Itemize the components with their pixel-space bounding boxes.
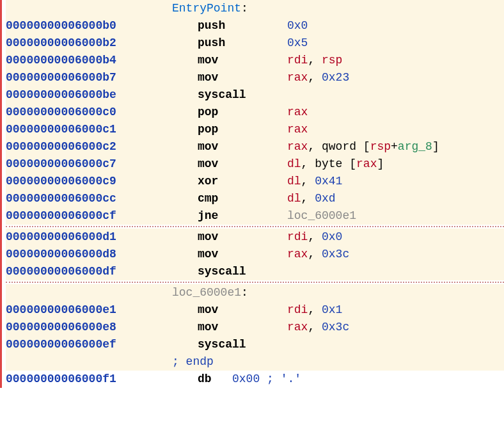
instruction-row[interactable]: 00000000006000e1movrdi, 0x1: [6, 301, 504, 319]
block-entry: EntryPoint: 00000000006000b0push0x000000…: [6, 0, 504, 225]
size-keyword: qword: [322, 140, 356, 153]
instruction-row[interactable]: 00000000006000dfsyscall: [6, 263, 504, 280]
instruction-row[interactable]: 00000000006000b4movrdi, rsp: [6, 52, 504, 69]
operands: rax: [287, 104, 308, 121]
address: 00000000006000c9: [6, 173, 172, 190]
mnemonic: jne: [198, 207, 287, 225]
mnemonic: cmp: [198, 190, 287, 207]
immediate: 0x3c: [322, 321, 349, 333]
immediate: 0x1: [322, 303, 342, 316]
mnemonic: mov: [198, 52, 287, 69]
operands: 0x5: [287, 35, 308, 52]
register: rax: [287, 106, 308, 118]
instruction-row[interactable]: 00000000006000besyscall: [6, 86, 504, 104]
disassembly-view: EntryPoint: 00000000006000b0push0x000000…: [0, 0, 504, 388]
register: rdi: [287, 230, 308, 243]
immediate: 0x41: [315, 175, 342, 188]
colon: :: [241, 284, 248, 301]
mnemonic: mov: [198, 301, 287, 319]
instruction-row[interactable]: 00000000006000b2push0x5: [6, 35, 504, 52]
mnemonic: syscall: [198, 86, 287, 104]
operands: rdi, 0x1: [287, 301, 342, 319]
register: rax: [356, 157, 377, 170]
address: 00000000006000e1: [6, 301, 172, 319]
mnemonic: mov: [198, 138, 287, 156]
branch-target: loc_6000e1: [287, 207, 356, 225]
operands: dl, 0xd: [287, 190, 336, 207]
mnemonic: xor: [198, 173, 287, 190]
address: 00000000006000cf: [6, 207, 172, 225]
register: rax: [287, 248, 308, 261]
label-row-entry: EntryPoint:: [6, 0, 504, 17]
operands: rdi, rsp: [287, 52, 342, 69]
instruction-row[interactable]: 00000000006000d1movrdi, 0x0: [6, 229, 504, 246]
register: rdi: [287, 54, 308, 67]
immediate: 0x5: [287, 36, 308, 49]
mnemonic: mov: [198, 156, 287, 173]
instruction-row[interactable]: 00000000006000e8movrax, 0x3c: [6, 319, 504, 336]
loc-label: loc_6000e1: [172, 284, 241, 301]
operands: rax: [287, 121, 308, 138]
operands: rax, 0x3c: [287, 319, 349, 336]
instruction-row[interactable]: 00000000006000c2movrax, qword [rsp+arg_8…: [6, 138, 504, 156]
operands: rax, 0x3c: [287, 246, 349, 263]
immediate: 0x3c: [322, 248, 349, 261]
block-separator: [6, 226, 504, 227]
instruction-row[interactable]: 00000000006000b0push0x0: [6, 17, 504, 35]
register: dl: [287, 192, 301, 205]
instruction-row[interactable]: 00000000006000cccmpdl, 0xd: [6, 190, 504, 207]
block-loc: loc_6000e1: 00000000006000e1movrdi, 0x10…: [6, 284, 504, 371]
instruction-row[interactable]: 00000000006000efsyscall: [6, 336, 504, 353]
mnemonic: pop: [198, 121, 287, 138]
mnemonic: push: [198, 35, 287, 52]
address: 00000000006000c0: [6, 104, 172, 121]
endp-row: ; endp: [6, 353, 504, 371]
address: 00000000006000d8: [6, 246, 172, 263]
instruction-row[interactable]: 00000000006000cfjneloc_6000e1: [6, 207, 504, 225]
instruction-row[interactable]: 00000000006000c7movdl, byte [rax]: [6, 156, 504, 173]
instruction-row[interactable]: 00000000006000b7movrax, 0x23: [6, 69, 504, 86]
register: rsp: [322, 54, 342, 67]
mnemonic: mov: [198, 229, 287, 246]
operands: rdi, 0x0: [287, 229, 342, 246]
mnemonic: syscall: [198, 263, 287, 280]
register: rax: [287, 321, 308, 333]
address: 00000000006000b2: [6, 35, 172, 52]
register: dl: [287, 157, 301, 170]
mnemonic: syscall: [198, 336, 287, 353]
colon: :: [241, 0, 248, 17]
address: 00000000006000c7: [6, 156, 172, 173]
register: rax: [287, 140, 308, 153]
address: 00000000006000df: [6, 263, 172, 280]
mnemonic: mov: [198, 319, 287, 336]
immediate: 0x23: [322, 71, 349, 84]
operands: loc_6000e1: [287, 207, 356, 225]
data-row: 00000000006000f1db 0x00 ; '.': [6, 371, 504, 388]
instruction-row[interactable]: 00000000006000c1poprax: [6, 121, 504, 138]
address: 00000000006000b0: [6, 17, 172, 35]
mnemonic: mov: [198, 69, 287, 86]
address: 00000000006000b4: [6, 52, 172, 69]
label-row-loc: loc_6000e1:: [6, 284, 504, 301]
address: 00000000006000be: [6, 86, 172, 104]
address: 00000000006000c1: [6, 121, 172, 138]
address: 00000000006000b7: [6, 69, 172, 86]
instruction-row[interactable]: 00000000006000c0poprax: [6, 104, 504, 121]
block-mid: 00000000006000d1movrdi, 0x00000000000600…: [6, 229, 504, 280]
mnemonic: pop: [198, 104, 287, 121]
register: rdi: [287, 303, 308, 316]
size-keyword: byte: [315, 157, 342, 170]
mnemonic: mov: [198, 246, 287, 263]
immediate: 0x0: [322, 230, 342, 243]
address: 00000000006000f1: [6, 371, 172, 388]
immediate: 0xd: [315, 192, 335, 205]
address: 00000000006000cc: [6, 190, 172, 207]
address: 00000000006000e8: [6, 319, 172, 336]
register: rax: [287, 71, 308, 84]
operands: dl, byte [rax]: [287, 156, 384, 173]
instruction-row[interactable]: 00000000006000d8movrax, 0x3c: [6, 246, 504, 263]
db-value: 0x00: [232, 371, 260, 388]
address: 00000000006000d1: [6, 229, 172, 246]
register: rsp: [370, 140, 391, 153]
instruction-row[interactable]: 00000000006000c9xordl, 0x41: [6, 173, 504, 190]
